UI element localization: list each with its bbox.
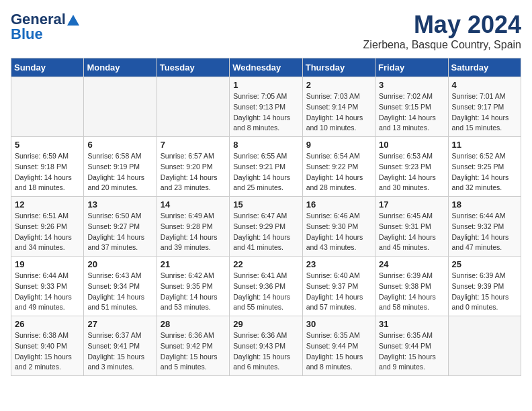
day-number: 20 bbox=[87, 259, 152, 269]
weekday-header: Sunday bbox=[11, 58, 84, 77]
weekday-header-row: SundayMondayTuesdayWednesdayThursdayFrid… bbox=[11, 58, 521, 77]
day-info: Sunrise: 6:54 AMSunset: 9:22 PMDaylight:… bbox=[306, 151, 371, 193]
day-number: 21 bbox=[161, 259, 226, 269]
calendar-cell bbox=[11, 77, 84, 137]
calendar-cell: 24Sunrise: 6:39 AMSunset: 9:38 PMDayligh… bbox=[375, 257, 448, 316]
logo-blue: Blue bbox=[11, 26, 43, 43]
day-number: 28 bbox=[161, 319, 226, 329]
calendar-table: SundayMondayTuesdayWednesdayThursdayFrid… bbox=[11, 58, 521, 376]
day-info: Sunrise: 6:49 AMSunset: 9:28 PMDaylight:… bbox=[161, 211, 226, 253]
logo-triangle-icon bbox=[67, 13, 79, 26]
day-info: Sunrise: 6:38 AMSunset: 9:40 PMDaylight:… bbox=[15, 330, 80, 373]
day-number: 10 bbox=[379, 140, 444, 150]
day-number: 22 bbox=[233, 259, 298, 269]
title-block: May 2024 Zierbena, Basque Country, Spain bbox=[363, 11, 521, 51]
calendar-cell: 11Sunrise: 6:52 AMSunset: 9:25 PMDayligh… bbox=[448, 137, 521, 197]
day-info: Sunrise: 6:36 AMSunset: 9:43 PMDaylight:… bbox=[233, 330, 298, 373]
page-header: General Blue May 2024 Zierbena, Basque C… bbox=[11, 11, 521, 51]
day-number: 13 bbox=[87, 199, 152, 210]
day-number: 26 bbox=[15, 319, 80, 329]
day-number: 1 bbox=[233, 80, 298, 90]
page-title: May 2024 bbox=[363, 11, 521, 39]
calendar-cell: 18Sunrise: 6:44 AMSunset: 9:32 PMDayligh… bbox=[448, 197, 521, 257]
calendar-cell: 23Sunrise: 6:40 AMSunset: 9:37 PMDayligh… bbox=[302, 257, 375, 316]
logo: General Blue bbox=[11, 11, 79, 43]
day-info: Sunrise: 6:44 AMSunset: 9:32 PMDaylight:… bbox=[452, 211, 517, 253]
day-number: 16 bbox=[306, 199, 371, 210]
weekday-header: Friday bbox=[375, 58, 448, 77]
day-info: Sunrise: 6:36 AMSunset: 9:42 PMDaylight:… bbox=[161, 330, 226, 373]
calendar-cell: 4Sunrise: 7:01 AMSunset: 9:17 PMDaylight… bbox=[448, 77, 521, 137]
day-number: 11 bbox=[452, 140, 517, 150]
calendar-cell: 22Sunrise: 6:41 AMSunset: 9:36 PMDayligh… bbox=[230, 257, 302, 316]
day-info: Sunrise: 6:52 AMSunset: 9:25 PMDaylight:… bbox=[452, 151, 517, 193]
calendar-cell: 8Sunrise: 6:55 AMSunset: 9:21 PMDaylight… bbox=[230, 137, 302, 197]
day-number: 4 bbox=[452, 80, 517, 90]
day-info: Sunrise: 7:02 AMSunset: 9:15 PMDaylight:… bbox=[379, 91, 444, 134]
calendar-cell: 13Sunrise: 6:50 AMSunset: 9:27 PMDayligh… bbox=[84, 197, 157, 257]
calendar-cell bbox=[448, 316, 521, 376]
day-number: 25 bbox=[452, 259, 517, 269]
calendar-cell: 9Sunrise: 6:54 AMSunset: 9:22 PMDaylight… bbox=[302, 137, 375, 197]
svg-marker-0 bbox=[67, 15, 79, 26]
day-number: 3 bbox=[379, 80, 444, 90]
calendar-cell: 14Sunrise: 6:49 AMSunset: 9:28 PMDayligh… bbox=[157, 197, 229, 257]
day-info: Sunrise: 6:50 AMSunset: 9:27 PMDaylight:… bbox=[87, 211, 152, 253]
day-number: 7 bbox=[161, 140, 226, 150]
day-info: Sunrise: 6:57 AMSunset: 9:20 PMDaylight:… bbox=[161, 151, 226, 193]
day-number: 24 bbox=[379, 259, 444, 269]
day-info: Sunrise: 6:35 AMSunset: 9:44 PMDaylight:… bbox=[379, 330, 444, 373]
calendar-cell: 30Sunrise: 6:35 AMSunset: 9:44 PMDayligh… bbox=[302, 316, 375, 376]
calendar-cell: 31Sunrise: 6:35 AMSunset: 9:44 PMDayligh… bbox=[375, 316, 448, 376]
day-info: Sunrise: 6:42 AMSunset: 9:35 PMDaylight:… bbox=[161, 271, 226, 313]
day-info: Sunrise: 7:01 AMSunset: 9:17 PMDaylight:… bbox=[452, 91, 517, 134]
calendar-cell: 19Sunrise: 6:44 AMSunset: 9:33 PMDayligh… bbox=[11, 257, 84, 316]
calendar-cell: 2Sunrise: 7:03 AMSunset: 9:14 PMDaylight… bbox=[302, 77, 375, 137]
weekday-header: Wednesday bbox=[230, 58, 302, 77]
calendar-cell: 3Sunrise: 7:02 AMSunset: 9:15 PMDaylight… bbox=[375, 77, 448, 137]
day-info: Sunrise: 6:44 AMSunset: 9:33 PMDaylight:… bbox=[15, 271, 80, 313]
day-number: 12 bbox=[15, 199, 80, 210]
page-subtitle: Zierbena, Basque Country, Spain bbox=[363, 39, 521, 51]
day-info: Sunrise: 6:39 AMSunset: 9:38 PMDaylight:… bbox=[379, 271, 444, 313]
weekday-header: Saturday bbox=[448, 58, 521, 77]
day-number: 30 bbox=[306, 319, 371, 329]
day-info: Sunrise: 6:39 AMSunset: 9:39 PMDaylight:… bbox=[452, 271, 517, 313]
day-info: Sunrise: 6:46 AMSunset: 9:30 PMDaylight:… bbox=[306, 211, 371, 253]
day-number: 27 bbox=[87, 319, 152, 329]
calendar-week-row: 19Sunrise: 6:44 AMSunset: 9:33 PMDayligh… bbox=[11, 257, 521, 316]
calendar-cell: 21Sunrise: 6:42 AMSunset: 9:35 PMDayligh… bbox=[157, 257, 229, 316]
weekday-header: Thursday bbox=[302, 58, 375, 77]
day-info: Sunrise: 7:03 AMSunset: 9:14 PMDaylight:… bbox=[306, 91, 371, 134]
weekday-header: Tuesday bbox=[157, 58, 229, 77]
day-number: 5 bbox=[15, 140, 80, 150]
day-info: Sunrise: 6:51 AMSunset: 9:26 PMDaylight:… bbox=[15, 211, 80, 253]
calendar-cell: 1Sunrise: 7:05 AMSunset: 9:13 PMDaylight… bbox=[230, 77, 302, 137]
calendar-cell: 7Sunrise: 6:57 AMSunset: 9:20 PMDaylight… bbox=[157, 137, 229, 197]
calendar-week-row: 1Sunrise: 7:05 AMSunset: 9:13 PMDaylight… bbox=[11, 77, 521, 137]
day-number: 14 bbox=[161, 199, 226, 210]
day-number: 8 bbox=[233, 140, 298, 150]
day-info: Sunrise: 6:59 AMSunset: 9:18 PMDaylight:… bbox=[15, 151, 80, 193]
calendar-cell bbox=[157, 77, 229, 137]
calendar-cell: 10Sunrise: 6:53 AMSunset: 9:23 PMDayligh… bbox=[375, 137, 448, 197]
calendar-week-row: 26Sunrise: 6:38 AMSunset: 9:40 PMDayligh… bbox=[11, 316, 521, 376]
calendar-week-row: 12Sunrise: 6:51 AMSunset: 9:26 PMDayligh… bbox=[11, 197, 521, 257]
day-info: Sunrise: 6:53 AMSunset: 9:23 PMDaylight:… bbox=[379, 151, 444, 193]
day-number: 2 bbox=[306, 80, 371, 90]
day-number: 31 bbox=[379, 319, 444, 329]
weekday-header: Monday bbox=[84, 58, 157, 77]
day-number: 18 bbox=[452, 199, 517, 210]
calendar-cell: 26Sunrise: 6:38 AMSunset: 9:40 PMDayligh… bbox=[11, 316, 84, 376]
day-info: Sunrise: 6:41 AMSunset: 9:36 PMDaylight:… bbox=[233, 271, 298, 313]
day-number: 23 bbox=[306, 259, 371, 269]
day-number: 29 bbox=[233, 319, 298, 329]
day-number: 9 bbox=[306, 140, 371, 150]
calendar-cell: 29Sunrise: 6:36 AMSunset: 9:43 PMDayligh… bbox=[230, 316, 302, 376]
calendar-cell: 16Sunrise: 6:46 AMSunset: 9:30 PMDayligh… bbox=[302, 197, 375, 257]
calendar-cell bbox=[84, 77, 157, 137]
calendar-cell: 15Sunrise: 6:47 AMSunset: 9:29 PMDayligh… bbox=[230, 197, 302, 257]
calendar-cell: 12Sunrise: 6:51 AMSunset: 9:26 PMDayligh… bbox=[11, 197, 84, 257]
day-info: Sunrise: 6:40 AMSunset: 9:37 PMDaylight:… bbox=[306, 271, 371, 313]
calendar-cell: 25Sunrise: 6:39 AMSunset: 9:39 PMDayligh… bbox=[448, 257, 521, 316]
